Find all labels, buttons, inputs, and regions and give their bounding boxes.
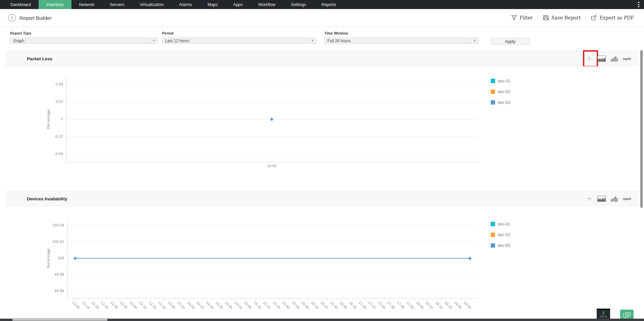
- line-chart-icon[interactable]: [623, 196, 631, 201]
- x-tick-mark: [98, 298, 98, 300]
- nav-item-apps[interactable]: Apps: [225, 0, 251, 9]
- filter-bar: Report Type Graph ▼ Period Last 12 hours…: [0, 27, 644, 47]
- nav-item-inventory[interactable]: Inventory: [39, 0, 71, 9]
- x-tick-label: 18:50: [463, 301, 472, 310]
- x-tick-mark: [413, 298, 413, 300]
- x-tick-label: 12:40: [110, 301, 119, 310]
- chevron-down-icon: ▼: [309, 38, 316, 44]
- x-tick-label: 16:20: [320, 301, 329, 310]
- nav-item-settings[interactable]: Settings: [283, 0, 314, 9]
- filter-button[interactable]: Filter: [511, 15, 533, 20]
- nav-item-dashboard[interactable]: Dashboard: [3, 0, 39, 9]
- nav-item-maps[interactable]: Maps: [200, 0, 226, 9]
- export-icon: [591, 15, 597, 20]
- legend-item-tes-01[interactable]: tes-01: [491, 221, 510, 227]
- x-tick-label: 17:30: [387, 301, 396, 310]
- x-tick-mark: [260, 298, 260, 300]
- period-select[interactable]: Last 12 hours ▼: [162, 38, 316, 44]
- x-tick-label: 13:30: [157, 301, 166, 310]
- save-report-button-label: Save Report: [551, 15, 581, 20]
- report-type-label: Report Type: [10, 31, 158, 35]
- period-field: Period Last 12 hours ▼: [162, 31, 316, 44]
- more-menu-icon[interactable]: [638, 2, 639, 7]
- vertical-scrollbar-thumb[interactable]: [640, 50, 643, 208]
- x-tick-label: 12:20: [91, 301, 100, 310]
- y-tick-label: 100.04: [43, 223, 64, 227]
- chart-legend: tes-01tes-02tes-03: [491, 221, 510, 254]
- filter-button-label: Filter: [520, 15, 533, 20]
- x-axis-line: [67, 298, 478, 299]
- x-tick-label: 13:10: [138, 301, 147, 310]
- area-chart-icon[interactable]: [597, 56, 606, 62]
- back-button[interactable]: [8, 14, 16, 22]
- top-nav: DashboardInventoryNetworkServersVirtuali…: [0, 0, 644, 9]
- x-tick-label: 14:20: [205, 301, 214, 310]
- x-tick-mark: [336, 298, 337, 300]
- x-tick-label: 14:10: [196, 301, 205, 310]
- alarm-count: 2: [597, 310, 610, 315]
- legend-swatch: [491, 243, 495, 248]
- chart-legend: tes-01tes-02tes-03: [491, 78, 510, 111]
- x-tick-label: 13:20: [148, 301, 157, 310]
- x-tick-mark: [355, 298, 356, 300]
- area-chart-icon[interactable]: [597, 196, 606, 202]
- legend-swatch: [491, 79, 495, 83]
- period-value: Last 12 hours: [165, 39, 190, 43]
- legend-label: tes-01: [498, 221, 510, 227]
- add-chart-icon[interactable]: [586, 55, 593, 62]
- x-tick-mark: [155, 298, 155, 300]
- bar-chart-icon[interactable]: [610, 196, 618, 202]
- x-tick-mark: [298, 298, 299, 300]
- x-tick-mark: [164, 298, 165, 300]
- chart-title: Packet Loss: [27, 56, 52, 61]
- x-tick-label: 16:50: [348, 301, 358, 310]
- divider: [538, 15, 538, 20]
- horizontal-scrollbar-thumb[interactable]: [12, 319, 107, 321]
- x-tick-mark: [327, 298, 327, 300]
- x-tick-label: 12:10: [81, 301, 90, 310]
- x-tick-label: 17:00: [358, 301, 367, 310]
- chevron-down-icon: ▼: [150, 38, 157, 44]
- report-type-select[interactable]: Graph ▼: [10, 38, 158, 44]
- time-window-select[interactable]: Full 24 hours ▼: [324, 38, 479, 44]
- alarm-count-badge[interactable]: 2 Alarms: [597, 309, 610, 319]
- chart-type-toolbar: [586, 195, 631, 202]
- add-chart-icon[interactable]: [586, 195, 593, 202]
- report-type-field: Report Type Graph ▼: [10, 31, 158, 44]
- x-tick-mark: [451, 298, 451, 300]
- x-tick-label: 17:20: [377, 301, 386, 310]
- x-tick-mark: [461, 298, 461, 300]
- x-tick-mark: [346, 298, 346, 300]
- legend-item-tes-01[interactable]: tes-01: [491, 78, 510, 83]
- nav-item-reports[interactable]: Reports: [314, 0, 344, 9]
- nav-item-servers[interactable]: Servers: [102, 0, 132, 9]
- save-report-button[interactable]: Save Report: [543, 15, 581, 20]
- gridline: [67, 291, 478, 292]
- line-chart-icon[interactable]: [623, 56, 631, 61]
- x-tick-label: 18:40: [453, 301, 463, 310]
- nav-item-virtualization[interactable]: Virtualization: [132, 0, 171, 9]
- x-tick-mark: [272, 162, 272, 163]
- apply-button[interactable]: Apply: [490, 38, 530, 45]
- x-tick-mark: [393, 298, 394, 300]
- x-tick-label: 17:10: [368, 301, 377, 310]
- export-pdf-button[interactable]: Export as PDF: [591, 15, 634, 20]
- legend-item-tes-03[interactable]: tes-03: [491, 243, 510, 248]
- nav-item-alarms[interactable]: Alarms: [171, 0, 200, 9]
- x-tick-mark: [470, 298, 470, 300]
- legend-item-tes-02[interactable]: tes-02: [491, 232, 510, 237]
- legend-item-tes-03[interactable]: tes-03: [491, 100, 510, 105]
- bar-chart-icon[interactable]: [610, 56, 618, 62]
- x-tick-label: 19:00: [267, 164, 277, 168]
- divider: [586, 15, 586, 20]
- legend-item-tes-02[interactable]: tes-02: [491, 89, 510, 94]
- x-tick-mark: [212, 298, 213, 300]
- export-pdf-button-label: Export as PDF: [599, 15, 634, 20]
- nav-item-workflow[interactable]: Workflow: [251, 0, 283, 9]
- horizontal-scrollbar[interactable]: [0, 319, 644, 321]
- chart-area: Percentage100.04100.0210099.9899.9612:00…: [5, 206, 639, 321]
- x-tick-mark: [222, 298, 222, 300]
- x-tick-label: 13:00: [129, 301, 138, 310]
- x-tick-mark: [250, 298, 251, 300]
- nav-item-network[interactable]: Network: [71, 0, 102, 9]
